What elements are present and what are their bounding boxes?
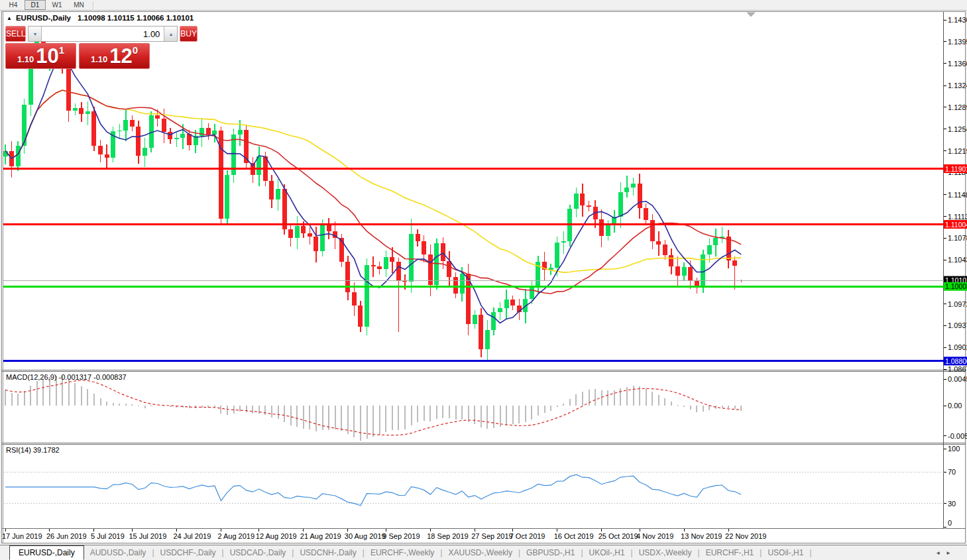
volume-decrease-icon[interactable]: ▼ xyxy=(28,27,42,41)
panel-borders xyxy=(2,12,966,543)
timeframe-button-w1[interactable]: W1 xyxy=(46,0,68,10)
date-axis-label: 21 Aug 2019 xyxy=(300,532,341,540)
chart-tabs: EURUSD-,DailyAUDUSD-,Daily|USDCHF-,Daily… xyxy=(9,545,818,560)
date-axis-label: 16 Oct 2019 xyxy=(554,532,594,540)
chart-symbol-label: EURUSD-,Daily xyxy=(16,14,71,22)
price-axis-label: 1.13950 xyxy=(948,38,967,46)
chart-shift-marker-icon[interactable] xyxy=(747,13,755,17)
date-axis-label: 26 Jun 2019 xyxy=(46,532,87,540)
date-axis-label: 17 Jun 2019 xyxy=(2,532,42,540)
tab-separator: | xyxy=(809,548,811,557)
macd-axis-label: -0.005205 xyxy=(948,432,967,440)
chart-ohlc-values: 1.10098 1.10115 1.10066 1.10101 xyxy=(78,14,194,22)
price-tag-label: 1.11004 xyxy=(945,221,967,229)
buy-price-button[interactable]: 1.10 12 0 xyxy=(79,43,150,69)
tab-ukoil-h1[interactable]: UKOil-,H1 xyxy=(589,548,625,557)
timeframe-buttons: H4D1W1MN xyxy=(3,0,90,10)
macd-panel xyxy=(5,376,741,441)
price-axis: 1.143001.139501.136001.132401.128901.125… xyxy=(944,16,967,373)
tab-eurusd-daily[interactable]: EURUSD-,Daily xyxy=(9,545,84,560)
volume-stepper: ▼ ▲ xyxy=(28,26,178,42)
chart-title: ▲ EURUSD-,Daily 1.10098 1.10115 1.10066 … xyxy=(7,14,194,22)
ma-fast-line xyxy=(5,56,741,323)
rsi-indicator-label: RSI(14) 39.1782 xyxy=(6,446,60,454)
trade-panel-controls: SELL ▼ ▲ BUY xyxy=(5,26,150,42)
date-axis-label: 27 Sep 2019 xyxy=(471,532,512,540)
date-axis-label: 15 Jul 2019 xyxy=(129,532,166,540)
date-axis-label: 22 Nov 2019 xyxy=(725,532,766,540)
tab-eurchf-h1[interactable]: EURCHF-,H1 xyxy=(706,548,754,557)
tab-xauusd-weekly[interactable]: XAUUSD-,Weekly xyxy=(448,548,512,557)
tab-separator: | xyxy=(292,548,294,557)
sell-price-big: 10 xyxy=(36,46,58,66)
date-axis-label: 2 Aug 2019 xyxy=(217,532,255,540)
tab-separator: | xyxy=(518,548,520,557)
date-axis-label: 30 Aug 2019 xyxy=(345,532,386,540)
tab-audusd-daily[interactable]: AUDUSD-,Daily xyxy=(90,548,146,557)
tab-separator: | xyxy=(222,548,224,557)
rsi-line xyxy=(5,475,741,506)
sell-price-prefix: 1.10 xyxy=(17,54,34,64)
price-axis-label: 1.08670 xyxy=(948,365,967,373)
tab-separator: | xyxy=(581,548,583,557)
price-axis-label: 1.11480 xyxy=(948,191,967,199)
timeframe-button-mn[interactable]: MN xyxy=(68,0,89,10)
tab-usoil-h1[interactable]: USOil-,H1 xyxy=(768,548,803,557)
rsi-axis-label: 100 xyxy=(948,445,960,453)
price-axis-label: 1.10780 xyxy=(948,234,967,242)
price-tag-label: 1.11901 xyxy=(945,165,967,173)
tab-separator: | xyxy=(363,548,365,557)
tab-usdchf-daily[interactable]: USDCHF-,Daily xyxy=(160,548,216,557)
date-axis: 17 Jun 201926 Jun 20195 Jul 201915 Jul 2… xyxy=(2,529,766,540)
buy-price-prefix: 1.10 xyxy=(91,54,107,64)
timeframe-button-h4[interactable]: H4 xyxy=(3,0,24,10)
tab-scroll-left-icon[interactable]: ◄ xyxy=(935,550,946,556)
macd-axis: 0.0045360.00-0.005205 xyxy=(944,375,967,440)
price-axis-label: 1.12190 xyxy=(948,147,967,155)
price-axis-label: 1.11130 xyxy=(948,213,967,221)
date-axis-label: 7 Oct 2019 xyxy=(510,532,545,540)
ma-slow-line xyxy=(5,90,741,272)
tab-separator: | xyxy=(440,548,442,557)
tab-usdx-weekly[interactable]: USDX-,Weekly xyxy=(639,548,692,557)
tab-separator: | xyxy=(698,548,700,557)
tab-usdcnh-daily[interactable]: USDCNH-,Daily xyxy=(300,548,356,557)
price-chart-canvas[interactable]: 1.143001.139501.136001.132401.128901.125… xyxy=(0,0,967,545)
tab-separator: | xyxy=(631,548,633,557)
price-axis-label: 1.09720 xyxy=(948,300,967,308)
tab-gbpusd-h1[interactable]: GBPUSD-,H1 xyxy=(526,548,575,557)
buy-price-big: 12 xyxy=(109,46,132,66)
tab-separator: | xyxy=(760,548,762,557)
tab-scroll-arrows[interactable]: ◄► xyxy=(935,550,956,556)
date-axis-label: 9 Sep 2019 xyxy=(382,532,420,540)
tab-eurchf-weekly[interactable]: EURCHF-,Weekly xyxy=(370,548,434,557)
macd-indicator-label: MACD(12,26,9) -0.001317 -0.000837 xyxy=(6,373,127,381)
price-axis-label: 1.09020 xyxy=(948,343,967,351)
tab-scroll-right-icon[interactable]: ► xyxy=(946,550,956,556)
macd-axis-label: 0.00 xyxy=(948,402,962,410)
chart-tab-bar: EURUSD-,DailyAUDUSD-,Daily|USDCHF-,Daily… xyxy=(0,545,967,560)
price-axis-label: 1.09370 xyxy=(948,321,967,329)
trade-panel-prices: 1.10 10 1 1.10 12 0 xyxy=(5,43,150,69)
rsi-panel xyxy=(4,472,944,505)
buy-price-sup: 0 xyxy=(133,44,138,56)
price-axis-label: 1.10430 xyxy=(948,256,967,264)
date-axis-label: 18 Sep 2019 xyxy=(427,532,468,540)
price-axis-label: 1.13240 xyxy=(948,82,967,89)
price-tag-label: 1.08800 xyxy=(945,357,967,365)
buy-button[interactable]: BUY xyxy=(180,26,198,42)
sell-price-button[interactable]: 1.10 10 1 xyxy=(5,43,76,69)
rsi-axis: 10070300 xyxy=(944,445,960,527)
one-click-trade-panel: SELL ▼ ▲ BUY 1.10 10 1 1.10 12 0 xyxy=(5,26,150,69)
rsi-axis-label: 0 xyxy=(948,519,952,527)
price-axis-label: 1.12540 xyxy=(948,125,967,133)
sell-button[interactable]: SELL xyxy=(5,26,26,42)
date-axis-label: 25 Oct 2019 xyxy=(598,532,638,540)
timeframe-button-d1[interactable]: D1 xyxy=(25,0,46,10)
volume-increase-icon[interactable]: ▲ xyxy=(164,27,177,41)
toolbar-separator xyxy=(93,1,94,9)
tab-usdcad-daily[interactable]: USDCAD-,Daily xyxy=(230,548,286,557)
collapse-chart-icon[interactable]: ▲ xyxy=(7,15,12,21)
volume-input[interactable] xyxy=(42,27,164,41)
date-axis-label: 5 Jul 2019 xyxy=(91,532,125,540)
